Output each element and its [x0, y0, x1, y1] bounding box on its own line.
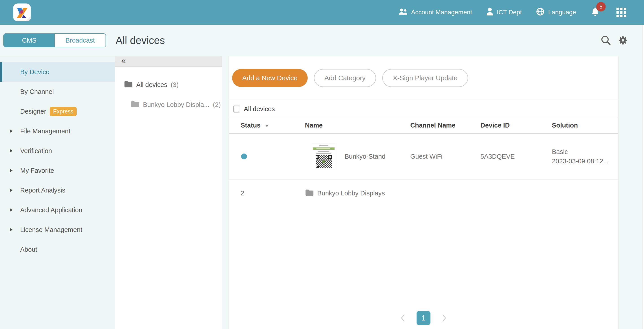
search-icon[interactable] — [600, 35, 611, 46]
globe-icon — [536, 8, 544, 18]
language-button[interactable]: Language — [536, 8, 576, 18]
chevron-right-icon — [10, 188, 20, 192]
express-badge: Express — [50, 107, 77, 116]
sidebar-item-license-management[interactable]: License Management — [0, 220, 115, 240]
sidebar-item-label: About — [20, 246, 37, 253]
sidebar-item-my-favorite[interactable]: My Favorite — [0, 161, 115, 180]
chevron-right-icon — [10, 129, 20, 133]
name-cell: Bunkyo-Stand — [305, 144, 410, 170]
apps-menu-button[interactable] — [616, 8, 626, 17]
notification-count-badge: 5 — [596, 2, 606, 12]
settings-gear-icon[interactable] — [618, 35, 628, 46]
topbar-nav: Account Management ICT Dept — [399, 7, 626, 18]
collapse-panel-icon[interactable]: « — [121, 57, 126, 65]
pagination: 1 — [400, 311, 446, 325]
chevron-right-icon — [10, 228, 20, 232]
sidebar-item-label: Verification — [20, 147, 52, 155]
scrollbar-track[interactable] — [642, 25, 644, 329]
select-all-row: All devices — [229, 100, 618, 118]
apps-grid-icon — [616, 8, 626, 17]
page-title: All devices — [116, 34, 165, 46]
content-area: By Device By Channel Designer Express Fi… — [0, 56, 644, 329]
folder-icon — [305, 189, 314, 198]
folder-name: Bunkyo Lobby Displays — [317, 190, 385, 197]
solution-type: Basic — [552, 147, 618, 156]
channel-cell: Guest WiFi — [410, 153, 480, 160]
device-list-card: Add a New Device Add Category X-Sign Pla… — [228, 56, 618, 329]
device-thumbnail[interactable] — [311, 144, 336, 170]
tree-header: « — [115, 56, 222, 66]
category-tree-panel: « All devices (3) Bunkyo Lobby Displa... — [115, 56, 222, 329]
panel-gap — [222, 56, 228, 329]
sidebar-item-file-management[interactable]: File Management — [0, 121, 115, 141]
xsign-player-update-button[interactable]: X-Sign Player Update — [382, 69, 468, 87]
sort-desc-icon — [265, 124, 269, 127]
chevron-right-icon — [10, 208, 20, 212]
sidebar-item-report-analysis[interactable]: Report Analysis — [0, 180, 115, 200]
sidebar-item-designer[interactable]: Designer Express — [0, 102, 115, 121]
folder-icon — [131, 100, 140, 109]
tab-cms[interactable]: CMS — [4, 34, 55, 47]
next-page-icon[interactable] — [442, 314, 446, 322]
sidebar-item-advanced-application[interactable]: Advanced Application — [0, 200, 115, 220]
device-id-cell: 5A3DQEVE — [480, 153, 552, 160]
column-header-label: Status — [241, 122, 260, 129]
table-row-device[interactable]: Bunkyo-Stand Guest WiFi 5A3DQEVE Basic 2… — [229, 134, 618, 179]
topbar: Account Management ICT Dept — [0, 0, 644, 25]
table-row-folder[interactable]: 2 Bunkyo Lobby Displays — [229, 180, 618, 207]
user-menu-button[interactable]: ICT Dept — [486, 8, 522, 17]
select-all-checkbox[interactable] — [233, 106, 240, 112]
column-header-status[interactable]: Status — [241, 122, 305, 129]
sidebar-item-label: Designer — [20, 108, 46, 115]
sidebar-item-label: By Channel — [20, 88, 54, 96]
tree-item-label: All devices — [136, 81, 168, 88]
sidebar-item-about[interactable]: About — [0, 240, 115, 259]
column-header-name[interactable]: Name — [305, 122, 410, 129]
tree-item-bunkyo-lobby[interactable]: Bunkyo Lobby Displa... (2) — [131, 100, 222, 109]
language-label: Language — [548, 9, 576, 16]
status-cell — [241, 154, 305, 159]
tree-item-count: (2) — [213, 101, 221, 108]
sidebar-item-verification[interactable]: Verification — [0, 141, 115, 161]
status-cell: 2 — [241, 190, 305, 197]
sidebar-item-label: Report Analysis — [20, 187, 66, 194]
previous-page-icon[interactable] — [400, 314, 405, 322]
tree-item-count: (3) — [171, 81, 178, 88]
table-header-row: Status Name Channel Name Device ID Solut… — [229, 118, 618, 133]
solution-updated: 2023-03-09 08:12... — [552, 156, 618, 166]
sidebar-item-by-device[interactable]: By Device — [0, 62, 115, 82]
tree-item-label: Bunkyo Lobby Displa... — [143, 101, 210, 108]
sidebar-item-by-channel[interactable]: By Channel — [0, 82, 115, 102]
mode-toggle: CMS Broadcast — [3, 34, 106, 47]
folder-icon — [124, 80, 133, 89]
xsign-logo[interactable] — [12, 3, 32, 22]
solution-cell: Basic 2023-03-09 08:12... — [552, 147, 618, 166]
tab-broadcast[interactable]: Broadcast — [55, 34, 106, 47]
column-header-channel[interactable]: Channel Name — [410, 122, 480, 129]
sidebar-item-label: File Management — [20, 128, 70, 135]
chevron-right-icon — [10, 149, 20, 152]
notifications-button[interactable]: 5 — [590, 7, 602, 18]
toolbar: Add a New Device Add Category X-Sign Pla… — [232, 69, 618, 87]
user-name-label: ICT Dept — [497, 9, 522, 16]
sidebar: By Device By Channel Designer Express Fi… — [0, 56, 115, 329]
sidebar-item-label: By Device — [20, 68, 50, 76]
device-name: Bunkyo-Stand — [345, 153, 386, 160]
tree-item-all-devices[interactable]: All devices (3) — [124, 80, 222, 89]
sidebar-item-label: Advanced Application — [20, 206, 82, 214]
xsign-app: Account Management ICT Dept — [0, 0, 644, 329]
user-icon — [486, 8, 493, 17]
online-status-dot — [241, 154, 247, 159]
account-management-button[interactable]: Account Management — [399, 8, 472, 16]
column-header-device-id[interactable]: Device ID — [480, 122, 552, 129]
sidebar-item-label: My Favorite — [20, 167, 54, 174]
chevron-right-icon — [10, 169, 20, 172]
select-all-label: All devices — [244, 105, 275, 113]
page-header: CMS Broadcast All devices — [0, 25, 644, 56]
header-actions — [600, 35, 628, 46]
page-number-button[interactable]: 1 — [416, 311, 430, 325]
add-new-device-button[interactable]: Add a New Device — [232, 69, 308, 87]
column-header-solution[interactable]: Solution — [552, 122, 618, 129]
name-cell: Bunkyo Lobby Displays — [305, 189, 410, 198]
add-category-button[interactable]: Add Category — [314, 69, 376, 87]
